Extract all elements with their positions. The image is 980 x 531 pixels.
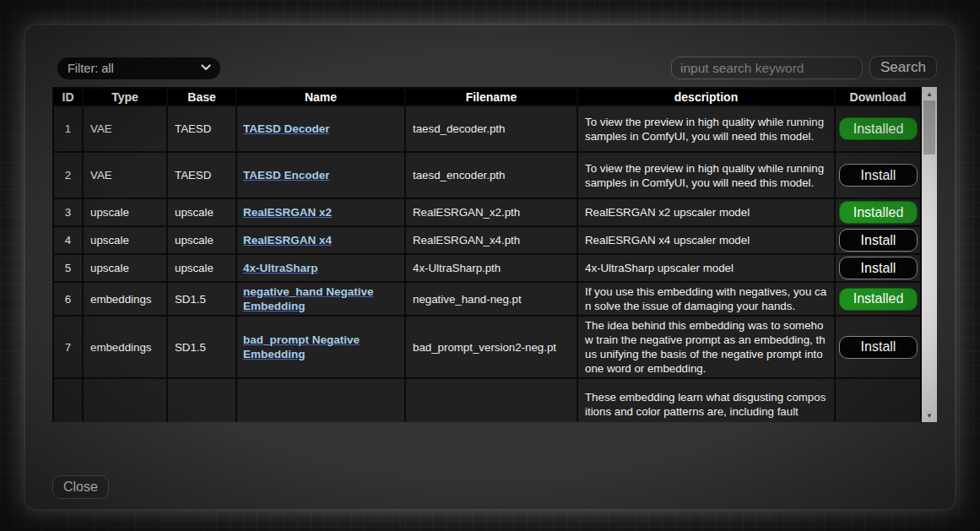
cell-download: Install xyxy=(836,227,920,253)
download-button[interactable]: Installed xyxy=(839,201,918,224)
column-header-filename: Filename xyxy=(406,89,577,105)
cell-type: upscale xyxy=(84,227,166,253)
cell-base xyxy=(168,379,236,422)
cell-base: upscale xyxy=(168,255,236,281)
model-name-link[interactable]: RealESRGAN x4 xyxy=(243,234,332,247)
filter-select[interactable]: Filter: all xyxy=(57,57,220,79)
scrollbar-thumb[interactable] xyxy=(923,100,935,154)
cell-type: upscale xyxy=(84,199,166,225)
column-header-description: description xyxy=(578,89,834,105)
graph-canvas: Filter: all Search ID Type Base Name xyxy=(0,0,980,531)
model-name-link[interactable]: RealESRGAN x2 xyxy=(243,206,332,219)
cell-description: To view the preview in high quality whil… xyxy=(578,106,834,151)
cell-id: 7 xyxy=(54,317,82,377)
cell-download: Install xyxy=(836,255,920,281)
cell-type: VAE xyxy=(84,153,166,198)
table-row: 5 upscale upscale 4x-UltraSharp 4x-Ultra… xyxy=(54,255,920,281)
cell-name: bad_prompt Negative Embedding xyxy=(237,317,404,377)
table-row: 7 embeddings SD1.5 bad_prompt Negative E… xyxy=(54,317,920,377)
cell-name: TAESD Encoder xyxy=(237,153,404,198)
scroll-down-icon[interactable]: ▼ xyxy=(922,409,937,422)
search-input[interactable] xyxy=(671,57,863,79)
cell-filename: taesd_decoder.pth xyxy=(406,106,577,151)
chevron-down-icon xyxy=(201,64,211,71)
cell-base: TAESD xyxy=(168,106,236,151)
column-header-type: Type xyxy=(84,89,166,105)
cell-download: Install xyxy=(836,317,920,377)
cell-download: Installed xyxy=(836,106,920,151)
cell-description: If you use this embedding with negatives… xyxy=(578,283,834,315)
model-name-link[interactable]: negative_hand Negative Embedding xyxy=(243,285,374,312)
model-name-link[interactable]: 4x-UltraSharp xyxy=(243,262,318,274)
cell-name: RealESRGAN x4 xyxy=(237,227,404,253)
cell-name: RealESRGAN x2 xyxy=(237,199,404,225)
cell-filename: taesd_encoder.pth xyxy=(406,153,577,198)
cell-type: embeddings xyxy=(84,317,166,377)
download-button[interactable]: Installed xyxy=(839,117,918,140)
cell-type: upscale xyxy=(84,255,166,281)
table-row: These embedding learn what disgusting co… xyxy=(54,379,920,422)
table-row: 6 embeddings SD1.5 negative_hand Negativ… xyxy=(54,283,920,315)
cell-filename: RealESRGAN_x2.pth xyxy=(406,199,577,225)
table-row: 1 VAE TAESD TAESD Decoder taesd_decoder.… xyxy=(54,106,920,151)
download-button[interactable]: Install xyxy=(839,257,918,279)
download-button[interactable]: Install xyxy=(839,229,918,252)
model-manager-dialog: Filter: all Search ID Type Base Name xyxy=(25,25,955,509)
cell-id: 6 xyxy=(54,283,82,315)
cell-description: RealESRGAN x2 upscaler model xyxy=(578,199,834,225)
cell-filename: RealESRGAN_x4.pth xyxy=(406,227,577,253)
cell-name xyxy=(237,379,404,422)
cell-base: SD1.5 xyxy=(168,283,236,315)
model-name-link[interactable]: bad_prompt Negative Embedding xyxy=(243,333,360,360)
cell-download: Installed xyxy=(836,199,920,225)
cell-description: 4x-UltraSharp upscaler model xyxy=(578,255,834,281)
cell-id: 2 xyxy=(54,153,82,198)
download-button[interactable]: Install xyxy=(839,336,918,359)
filter-select-value: Filter: all xyxy=(68,62,114,75)
search-button[interactable]: Search xyxy=(869,56,937,79)
cell-description: These embedding learn what disgusting co… xyxy=(578,379,834,422)
cell-id: 4 xyxy=(54,227,82,253)
cell-filename: bad_prompt_version2-neg.pt xyxy=(406,317,577,377)
cell-filename: negative_hand-neg.pt xyxy=(406,283,577,315)
cell-download: Installed xyxy=(836,283,920,315)
column-header-id: ID xyxy=(54,89,82,105)
cell-id: 3 xyxy=(54,199,82,225)
cell-type: VAE xyxy=(84,106,166,151)
cell-description: RealESRGAN x4 upscaler model xyxy=(578,227,834,253)
download-button[interactable]: Installed xyxy=(839,288,918,311)
cell-download xyxy=(836,379,920,422)
column-header-name: Name xyxy=(237,89,404,105)
cell-id: 1 xyxy=(54,106,82,151)
models-table: ID Type Base Name Filename description D… xyxy=(52,87,922,422)
cell-base: SD1.5 xyxy=(168,317,236,377)
table-row: 3 upscale upscale RealESRGAN x2 RealESRG… xyxy=(54,199,920,225)
model-name-link[interactable]: TAESD Encoder xyxy=(243,169,330,182)
cell-base: upscale xyxy=(168,199,236,225)
cell-filename: 4x-UltraSharp.pth xyxy=(406,255,577,281)
table-header-row: ID Type Base Name Filename description D… xyxy=(54,89,920,105)
cell-description: To view the preview in high quality whil… xyxy=(578,153,834,198)
cell-base: upscale xyxy=(168,227,236,253)
column-header-base: Base xyxy=(168,89,236,105)
column-header-download: Download xyxy=(836,89,920,105)
table-scrollbar[interactable]: ▲ ▼ xyxy=(922,87,937,422)
cell-description: The idea behind this embedding was to so… xyxy=(578,317,834,377)
cell-id: 5 xyxy=(54,255,82,281)
close-button[interactable]: Close xyxy=(52,475,109,499)
download-button[interactable]: Install xyxy=(839,164,918,187)
cell-id xyxy=(54,379,82,422)
scroll-up-icon[interactable]: ▲ xyxy=(922,87,937,100)
model-name-link[interactable]: TAESD Decoder xyxy=(243,122,330,135)
cell-name: 4x-UltraSharp xyxy=(237,255,404,281)
table-row: 2 VAE TAESD TAESD Encoder taesd_encoder.… xyxy=(54,153,920,198)
models-table-container: ID Type Base Name Filename description D… xyxy=(52,87,922,422)
cell-type: embeddings xyxy=(84,283,166,315)
cell-download: Install xyxy=(836,153,920,198)
table-row: 4 upscale upscale RealESRGAN x4 RealESRG… xyxy=(54,227,920,253)
cell-type xyxy=(84,379,166,422)
cell-name: TAESD Decoder xyxy=(237,106,404,151)
cell-base: TAESD xyxy=(168,153,236,198)
cell-filename xyxy=(406,379,577,422)
cell-name: negative_hand Negative Embedding xyxy=(237,283,404,315)
